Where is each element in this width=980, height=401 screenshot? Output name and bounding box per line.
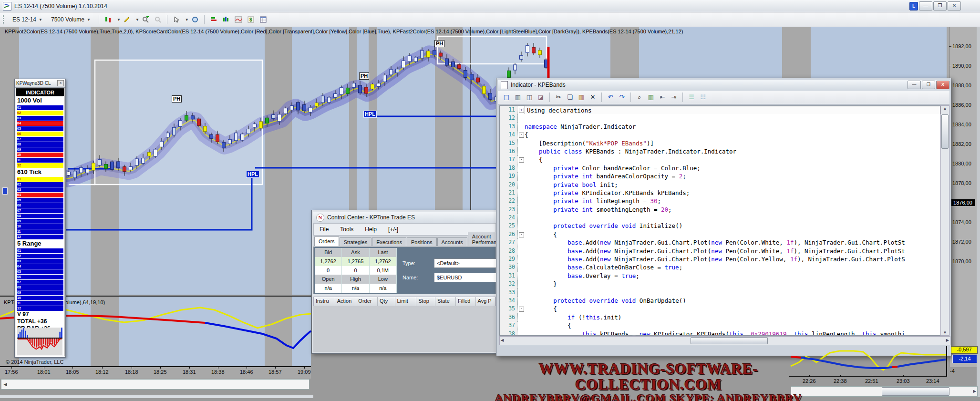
toolbar-grip[interactable]	[3, 15, 6, 24]
orders-column-filled[interactable]: Filled	[456, 297, 475, 307]
fold-collapse-icon[interactable]: -	[519, 133, 524, 138]
fold-expand-icon[interactable]: +	[519, 108, 524, 113]
collapsed-region[interactable]: Using declarations	[525, 106, 940, 114]
editor-title-bar[interactable]: Indicator - KPEBands — ❐ X	[498, 80, 949, 90]
new-chart-button[interactable]	[221, 15, 231, 24]
goto-icon[interactable]: ▦	[646, 93, 656, 102]
indent-icon[interactable]: ⇥	[669, 93, 679, 102]
control-center-window[interactable]: N Control Center - KPTone Trade ES FileT…	[311, 210, 498, 354]
scroll-right-arrow-icon[interactable]: ▶	[946, 338, 949, 342]
editor-restore-button[interactable]: ❐	[922, 81, 935, 89]
orders-column-instru[interactable]: Instru	[314, 297, 335, 307]
scroll-right-arrow-icon[interactable]: ▶	[973, 389, 976, 393]
save-icon[interactable]: ▤	[501, 93, 512, 102]
chevron-down-icon[interactable]: ▼	[117, 18, 121, 22]
close-button[interactable]: ✕	[948, 1, 961, 10]
instrument-dropdown[interactable]: ES 12-14 ▼	[9, 15, 46, 24]
scroll-left-arrow-icon[interactable]: ◀	[1, 380, 9, 388]
market-analyzer-button[interactable]	[208, 15, 219, 24]
orders-column-qty[interactable]: Qty	[378, 297, 395, 307]
account-data-button[interactable]: $	[246, 15, 256, 24]
indicator-editor-window[interactable]: Indicator - KPEBands — ❐ X ▤▥◫◪✂❏▦✕↶↷⌕▦⇤…	[496, 78, 951, 356]
orders-column-action[interactable]: Action	[335, 297, 357, 307]
tab-executions[interactable]: Executions	[372, 237, 406, 246]
time-tick: 18:38	[211, 369, 225, 375]
chevron-down-icon[interactable]: ▼	[135, 18, 139, 22]
editor-minimize-button[interactable]: —	[908, 81, 921, 89]
vertical-scroll-thumb[interactable]	[941, 114, 949, 149]
minimize-button[interactable]: —	[919, 1, 932, 10]
mini-scroll-thumb[interactable]	[882, 387, 949, 396]
sort-icon[interactable]: ☷	[698, 93, 708, 102]
orders-column-state[interactable]: State	[435, 297, 456, 307]
language-button[interactable]: L	[909, 2, 918, 10]
orders-column-order[interactable]: Order	[356, 297, 378, 307]
delete-icon[interactable]: ✕	[588, 93, 598, 102]
fold-column	[518, 313, 525, 321]
align-icon[interactable]: ☰	[686, 93, 697, 102]
undo-icon[interactable]: ↶	[605, 93, 616, 102]
editor-horizontal-scrollbar[interactable]: ◀ ▶	[499, 336, 950, 345]
fold-column	[518, 280, 525, 288]
chevron-down-icon[interactable]: ▼	[185, 18, 189, 22]
kpwayne3d-section-title: 1000 Vol	[16, 96, 64, 105]
price-axis[interactable]: 1892,001890,001888,001886,001884,001882,…	[949, 27, 977, 367]
control-center-title-bar[interactable]: N Control Center - KPTone Trade ES	[313, 212, 496, 223]
find-file-icon[interactable]: ◪	[536, 93, 546, 102]
kpwayne3d-title-bar[interactable]: KPWayne3D CL x	[15, 79, 65, 88]
chart-style-button[interactable]	[103, 15, 113, 24]
find-icon[interactable]: ⌕	[634, 93, 645, 102]
copy-icon[interactable]: ❏	[565, 93, 575, 102]
menu-item-help[interactable]: Help	[359, 226, 382, 233]
zoom-in-button[interactable]	[140, 15, 151, 24]
chart-horizontal-scrollbar[interactable]: ◀	[1, 379, 309, 390]
maximize-button[interactable]: ❐	[933, 1, 947, 10]
horizontal-scroll-thumb[interactable]	[691, 337, 768, 344]
data-grid-button[interactable]	[258, 15, 268, 24]
orders-column-stop[interactable]: Stop	[416, 297, 435, 307]
tab-strategies[interactable]: Strategies	[340, 237, 372, 246]
cursor-tool-button[interactable]	[171, 15, 182, 24]
kpwayne3d-signal-row: 01	[17, 248, 63, 253]
kpwayne3d-section-title: 5 Range	[16, 239, 64, 248]
fold-collapse-icon[interactable]: -	[519, 157, 524, 163]
tab-positions[interactable]: Positions	[407, 237, 437, 246]
zoom-out-button[interactable]	[153, 15, 163, 24]
fold-collapse-icon[interactable]: -	[519, 232, 524, 237]
menu-item-file[interactable]: File	[314, 226, 334, 233]
quote-cell: High	[342, 275, 369, 284]
scroll-up-arrow-icon[interactable]: ▲	[941, 106, 949, 111]
scroll-left-arrow-icon[interactable]: ◀	[501, 338, 504, 342]
price-tick: 1870,00	[952, 258, 971, 264]
orders-column-limit[interactable]: Limit	[395, 297, 417, 307]
data-box-button[interactable]	[190, 15, 200, 24]
orders-table-body[interactable]	[313, 306, 496, 352]
print-preview-icon[interactable]: ◫	[524, 93, 535, 102]
time-axis[interactable]: 17:5618:0118:0518:1218:1818:2518:3118:38…	[0, 366, 311, 379]
paste-icon[interactable]: ▦	[576, 93, 587, 102]
menu-item-[interactable]: [+/-]	[382, 226, 404, 233]
code-area[interactable]: 11+Using declarations1213namespace Ninja…	[499, 105, 941, 336]
drawing-tools-button[interactable]	[122, 15, 132, 24]
line-number: 19	[500, 172, 518, 180]
close-icon[interactable]: x	[57, 80, 64, 86]
orders-column-avg-p[interactable]: Avg P	[476, 297, 495, 307]
tab-accounts[interactable]: Accounts	[437, 237, 467, 246]
orders-table-header[interactable]: InstruActionOrderQtyLimitStopStateFilled…	[313, 297, 496, 307]
outdent-icon[interactable]: ⇤	[657, 93, 668, 102]
print-icon[interactable]: ▥	[513, 93, 523, 102]
chart-trader-button[interactable]	[233, 15, 244, 24]
kpwayne3d-panel[interactable]: KPWayne3D CL x INDICATOR 1000 Vol0102030…	[14, 79, 66, 358]
ninjatrader-logo-icon: N	[316, 214, 324, 222]
fold-collapse-icon[interactable]: -	[519, 307, 524, 312]
scroll-down-arrow-icon[interactable]: ▼	[941, 330, 949, 335]
order-entry-panel: BidAskLast1,27621,27651,2762000,1MOpenHi…	[313, 247, 496, 294]
redo-icon[interactable]: ↷	[617, 93, 627, 102]
interval-dropdown[interactable]: 7500 Volume ▼	[48, 15, 94, 24]
cut-icon[interactable]: ✂	[553, 93, 564, 102]
editor-close-button[interactable]: X	[936, 81, 949, 89]
menu-item-tools[interactable]: Tools	[334, 226, 359, 233]
main-title-bar[interactable]: ES 12-14 (7500 Volume) 17.10.2014 L — ❐ …	[0, 0, 980, 12]
tab-orders[interactable]: Orders	[314, 236, 339, 246]
editor-vertical-scrollbar[interactable]: ▲ ▼	[940, 105, 949, 336]
